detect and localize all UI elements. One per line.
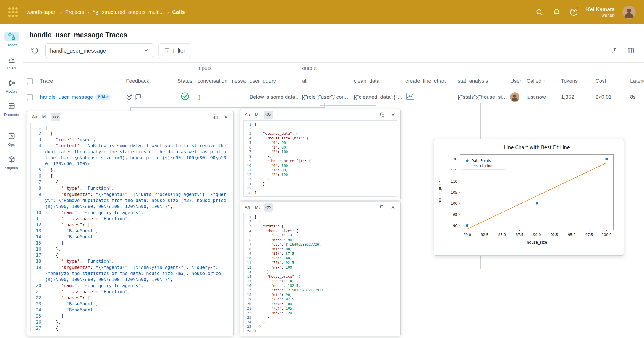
cell-cost: $<0.01: [592, 94, 627, 100]
cell-create-line-chart[interactable]: [402, 92, 454, 102]
svg-text:115: 115: [451, 168, 457, 172]
cell-all[interactable]: [{"role":"user","con…: [299, 94, 350, 100]
cell-clean-data[interactable]: [{"cleaned_data":{"…: [350, 94, 402, 100]
format-markdown-button[interactable]: M↓: [253, 111, 263, 119]
breadcrumb-project[interactable]: structured_outputs_multi...: [102, 9, 164, 15]
col-header-cost[interactable]: Cost: [592, 78, 627, 84]
sort-desc-icon[interactable]: ↓: [544, 78, 546, 84]
code-viewer[interactable]: 1[2 {3 "cleaned_data": {4 "house_size (m…: [243, 120, 397, 197]
code-viewer[interactable]: 1[2 {3 "role": "user",4 "content": "\nBe…: [30, 123, 230, 332]
cell-user-query[interactable]: Below is some data…: [246, 94, 299, 100]
col-header-stat-analysis[interactable]: stat_analysis: [454, 78, 507, 84]
sidebar-item-objects[interactable]: Objects: [0, 150, 23, 174]
svg-text:85.0: 85.0: [498, 233, 506, 237]
navbar-actions: Kei Kamata wandb: [535, 6, 636, 19]
svg-text:82.5: 82.5: [481, 233, 488, 237]
col-header-called[interactable]: Called ↓: [523, 78, 558, 84]
col-header-status[interactable]: Status: [176, 78, 194, 84]
column-settings-icon[interactable]: [625, 45, 637, 57]
copy-icon[interactable]: [378, 203, 387, 212]
sidebar-item-datasets[interactable]: Datasets: [0, 97, 23, 121]
popover-toolbar: Aa M↓ </> ✕: [240, 202, 400, 213]
table-header-row: Trace Feedback Status conversation_messa…: [23, 74, 644, 88]
add-reaction-icon[interactable]: [126, 94, 133, 100]
group-header-output: output: [299, 63, 507, 74]
help-icon[interactable]: [569, 7, 578, 17]
cell-latency: 8s: [627, 94, 644, 100]
select-all-checkbox[interactable]: [27, 78, 33, 84]
user-avatar[interactable]: [622, 6, 636, 19]
cell-stat-analysis[interactable]: [{"stats":{"house_si…: [454, 94, 507, 100]
sidebar-label: Traces: [6, 43, 17, 47]
line-chart-figure: Line Chart with Best Fit Line80.082.585.…: [434, 139, 624, 257]
format-text-button[interactable]: Aa: [30, 113, 39, 121]
breadcrumb-projects[interactable]: Projects: [65, 9, 84, 15]
popover-stat-analysis: Aa M↓ </> ✕ 1[2 {3 "stats": {4 "house_si…: [240, 202, 401, 336]
popover-clean-data: Aa M↓ </> ✕ 1[2 {3 "cleaned_data": {4 "h…: [240, 109, 401, 200]
col-header-tokens[interactable]: Tokens: [558, 78, 592, 84]
close-icon[interactable]: ✕: [221, 113, 231, 121]
copy-icon[interactable]: [378, 111, 387, 119]
row-checkbox[interactable]: [27, 94, 33, 100]
col-header-user[interactable]: User: [507, 74, 523, 88]
chart-thumbnail-icon[interactable]: [405, 92, 415, 102]
models-icon: [4, 78, 19, 88]
format-code-button[interactable]: </>: [51, 113, 60, 121]
sidebar-item-traces[interactable]: Traces: [0, 28, 23, 51]
format-text-button[interactable]: Aa: [243, 203, 252, 212]
svg-text:120: 120: [451, 157, 457, 161]
breadcrumb-calls[interactable]: Calls: [172, 9, 185, 15]
filter-icon: [164, 47, 170, 54]
col-header-latency[interactable]: Latency: [627, 78, 644, 84]
col-header-feedback[interactable]: Feedback: [123, 78, 176, 84]
sidebar-item-models[interactable]: Models: [0, 74, 23, 97]
traces-icon: [4, 32, 19, 41]
refresh-button[interactable]: [29, 45, 41, 57]
close-icon[interactable]: ✕: [388, 203, 398, 212]
trace-link[interactable]: handle_user_message: [40, 94, 93, 100]
project-icon: [93, 9, 99, 15]
sidebar-item-evals[interactable]: Evals: [0, 51, 23, 74]
format-text-button[interactable]: Aa: [243, 111, 252, 119]
close-icon[interactable]: ✕: [388, 111, 398, 119]
connector-line: [401, 269, 481, 269]
group-header-inputs: inputs: [194, 63, 299, 74]
col-header-conversation-message[interactable]: conversation_message: [194, 74, 246, 88]
breadcrumb: wandb-japan › Projects › structured_outp…: [27, 9, 185, 15]
format-code-button[interactable]: </>: [264, 203, 273, 212]
connector-line: [428, 197, 434, 197]
col-header-user-query[interactable]: user_query: [246, 78, 299, 84]
format-markdown-button[interactable]: M↓: [253, 203, 263, 212]
chevron-down-icon: [143, 47, 149, 54]
user-org: wandb: [586, 13, 615, 18]
sidebar-label: Ops: [8, 142, 15, 147]
copy-icon[interactable]: [211, 113, 220, 121]
svg-text:80.0: 80.0: [463, 233, 471, 237]
svg-text:100.0: 100.0: [602, 233, 612, 237]
sidebar-label: Evals: [7, 66, 16, 70]
export-button[interactable]: [609, 45, 621, 57]
format-code-button[interactable]: </>: [264, 111, 273, 119]
comment-icon[interactable]: [135, 94, 142, 100]
col-header-all[interactable]: all: [299, 74, 350, 88]
wandb-logo-icon[interactable]: [8, 7, 18, 17]
user-info: Kei Kamata wandb: [586, 6, 615, 18]
sidebar-label: Objects: [5, 166, 18, 170]
svg-text:90.0: 90.0: [533, 233, 541, 237]
code-viewer[interactable]: 1[2 {3 "stats": {4 "house_size": {5 "cou…: [243, 213, 397, 332]
sidebar-label: Datasets: [4, 113, 19, 117]
row-user-avatar: [510, 92, 519, 102]
column-group-row: inputs output: [23, 63, 644, 74]
col-header-trace[interactable]: Trace: [36, 78, 123, 84]
col-header-create-line-chart[interactable]: create_line_chart: [402, 78, 454, 84]
filter-button[interactable]: Filter: [158, 43, 191, 58]
breadcrumb-org[interactable]: wandb-japan: [27, 9, 57, 15]
table-row[interactable]: handle_user_message 694e []: [23, 88, 644, 106]
sidebar-item-ops[interactable]: Ops: [0, 127, 23, 150]
search-icon[interactable]: [535, 7, 544, 17]
op-selector-dropdown[interactable]: handle_user_message: [45, 43, 154, 58]
format-markdown-button[interactable]: M↓: [40, 113, 50, 121]
col-header-clean-data[interactable]: clean_data: [350, 78, 402, 84]
notifications-bell-icon[interactable]: [552, 7, 561, 17]
cell-conversation-message[interactable]: []: [194, 94, 246, 100]
